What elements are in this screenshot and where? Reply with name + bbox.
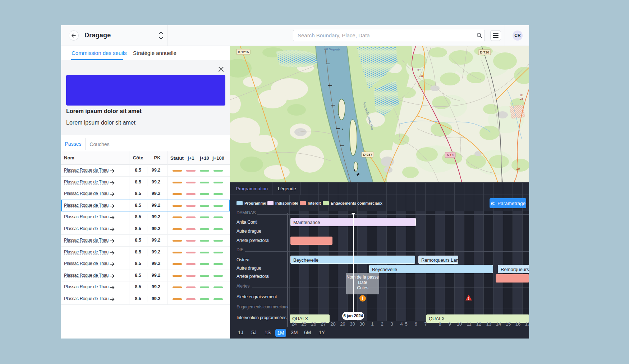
svg-text:A 10: A 10	[446, 153, 454, 157]
svg-text:28: 28	[519, 97, 523, 101]
svg-text:38: 38	[417, 68, 421, 72]
svg-text:38: 38	[419, 74, 423, 78]
svg-text:D 730: D 730	[480, 50, 489, 54]
svg-text:29: 29	[516, 167, 520, 171]
svg-text:D 1215: D 1215	[238, 50, 249, 54]
svg-text:28: 28	[519, 93, 523, 97]
svg-text:D 937: D 937	[363, 153, 372, 157]
